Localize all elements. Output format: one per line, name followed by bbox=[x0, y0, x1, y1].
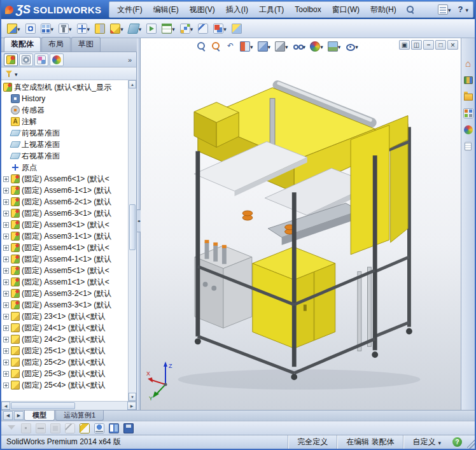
search-icon[interactable] bbox=[405, 4, 415, 15]
instant3d-icon[interactable] bbox=[230, 21, 244, 36]
help-icon[interactable] bbox=[453, 2, 470, 17]
expand-toggle-icon[interactable] bbox=[3, 279, 9, 285]
tree-item[interactable]: (固定) Assem1<1> (默认< bbox=[3, 276, 128, 288]
tree-item[interactable]: (固定) Assem3-2<1> (默认 bbox=[3, 288, 128, 299]
explode-line-sketch-icon[interactable] bbox=[196, 21, 210, 36]
split-window-icon[interactable] bbox=[411, 40, 422, 50]
expand-toggle-icon[interactable] bbox=[3, 371, 9, 377]
tree-item[interactable]: (固定) Assem3-3<1> (默认 bbox=[3, 299, 128, 311]
file-explorer-icon[interactable] bbox=[462, 90, 475, 103]
expand-toggle-icon[interactable] bbox=[3, 245, 9, 251]
close-window-icon[interactable] bbox=[447, 40, 458, 50]
scrollbar-thumb[interactable] bbox=[129, 204, 136, 250]
save-icon[interactable] bbox=[122, 423, 135, 434]
filter-caret-icon[interactable] bbox=[15, 69, 18, 78]
scroll-up-icon[interactable] bbox=[129, 80, 136, 88]
section-view-icon[interactable] bbox=[238, 39, 255, 53]
scroll-right-icon[interactable] bbox=[127, 402, 136, 410]
menu-item[interactable]: 窗口(W) bbox=[327, 3, 365, 17]
scroll-left-icon[interactable] bbox=[1, 402, 10, 410]
tree-vertical-scrollbar[interactable] bbox=[128, 80, 136, 401]
tree-item[interactable]: (固定) 23<1> (默认<默认 bbox=[3, 311, 128, 322]
show-hidden-components-icon[interactable] bbox=[93, 21, 107, 36]
tree-item[interactable]: (固定) Assem5<1> (默认< bbox=[3, 265, 128, 276]
tree-item[interactable]: (固定) 25<1> (默认<默认 bbox=[3, 345, 128, 356]
restore-window-icon[interactable] bbox=[435, 40, 446, 50]
menu-item[interactable]: 视图(V) bbox=[185, 3, 220, 17]
tree-item[interactable]: 右视基准面 bbox=[3, 150, 128, 162]
tree-item[interactable]: (固定) Assem4-1<1> (默认 bbox=[3, 253, 128, 265]
expand-toggle-icon[interactable] bbox=[3, 199, 9, 205]
new-window-icon[interactable] bbox=[399, 40, 410, 50]
tree-item[interactable]: 注解 bbox=[3, 116, 128, 127]
featuremanager-tree-tab-icon[interactable] bbox=[4, 53, 18, 66]
smart-fasteners-icon[interactable] bbox=[57, 21, 74, 36]
expand-toggle-icon[interactable] bbox=[3, 268, 9, 274]
scrollbar-thumb[interactable] bbox=[11, 402, 75, 409]
expand-toggle-icon[interactable] bbox=[3, 188, 9, 193]
zoom-fit-icon[interactable] bbox=[194, 39, 208, 53]
interference-detection-icon[interactable] bbox=[211, 21, 228, 36]
hide-show-items-icon[interactable] bbox=[291, 39, 308, 53]
filter-vertices-icon[interactable] bbox=[20, 423, 32, 434]
filter-edges-icon[interactable] bbox=[34, 423, 47, 434]
tree-item[interactable]: (固定) Assem3-1<1> (默认 bbox=[3, 230, 128, 242]
menu-item[interactable]: 编辑(E) bbox=[148, 3, 184, 17]
tree-item[interactable]: 上视基准面 bbox=[3, 139, 128, 150]
resize-grip[interactable] bbox=[467, 435, 475, 449]
tree-root-item[interactable]: 真空成型机 (默认<默认_显示 bbox=[3, 81, 128, 93]
reference-geometry-icon[interactable] bbox=[127, 21, 144, 36]
propertymanager-tab-icon[interactable] bbox=[19, 53, 33, 66]
model-3d-view[interactable] bbox=[141, 38, 461, 410]
scroll-down-icon[interactable] bbox=[129, 393, 136, 401]
command-tab[interactable]: 布局 bbox=[41, 37, 71, 52]
tree-item[interactable]: 前视基准面 bbox=[3, 127, 128, 139]
view-palette-icon[interactable] bbox=[462, 107, 475, 120]
displaymanager-tab-icon[interactable] bbox=[50, 53, 64, 66]
window-panes-icon[interactable] bbox=[108, 423, 120, 434]
tree-item[interactable]: (固定) 24<2> (默认<默认 bbox=[3, 334, 128, 345]
scroll-tabs-left-icon[interactable] bbox=[3, 411, 13, 420]
view-settings-icon[interactable] bbox=[343, 39, 360, 53]
menu-item[interactable]: 文件(F) bbox=[112, 3, 147, 17]
expand-toggle-icon[interactable] bbox=[3, 337, 9, 342]
tree-item[interactable]: History bbox=[3, 93, 128, 104]
expand-toggle-icon[interactable] bbox=[3, 348, 9, 354]
tree-item[interactable]: 原点 bbox=[3, 162, 128, 173]
menu-item[interactable]: 工具(T) bbox=[254, 3, 289, 17]
minimize-window-icon[interactable] bbox=[423, 40, 434, 50]
expand-toggle-icon[interactable] bbox=[3, 314, 9, 320]
assembly-features-icon[interactable] bbox=[108, 21, 125, 36]
display-style-icon[interactable] bbox=[273, 39, 290, 53]
view-orientation-icon[interactable] bbox=[256, 39, 273, 53]
clear-selections-icon[interactable] bbox=[64, 423, 76, 434]
tree-item[interactable]: (固定) Assem3<1> (默认< bbox=[3, 219, 128, 230]
tree-horizontal-scrollbar[interactable] bbox=[1, 401, 136, 410]
apply-scene-icon[interactable] bbox=[326, 39, 343, 53]
tree-item[interactable]: (固定) Assem6-2<1> (默认 bbox=[3, 196, 128, 207]
menu-item[interactable]: 插入(I) bbox=[221, 3, 253, 17]
home-icon[interactable] bbox=[462, 57, 475, 70]
expand-toggle-icon[interactable] bbox=[3, 257, 9, 262]
insert-component-icon[interactable] bbox=[5, 21, 22, 36]
menu-item[interactable]: Toolbox bbox=[290, 4, 326, 15]
custom-properties-icon[interactable] bbox=[462, 140, 475, 153]
tree-item[interactable]: (固定) Assem4<1> (默认< bbox=[3, 242, 128, 253]
bill-of-materials-icon[interactable] bbox=[160, 21, 177, 36]
tree-item[interactable]: (固定) Assem6<1> (默认< bbox=[3, 173, 128, 185]
component-pattern-icon[interactable] bbox=[39, 21, 56, 36]
expand-toggle-icon[interactable] bbox=[3, 291, 9, 297]
tree-item[interactable]: (固定) 25<2> (默认<默认 bbox=[3, 356, 128, 368]
filter-funnel-icon[interactable] bbox=[5, 70, 13, 78]
scroll-tabs-right-icon[interactable] bbox=[14, 411, 24, 420]
tree-item[interactable]: (固定) 25<3> (默认<默认 bbox=[3, 368, 128, 379]
measure-icon[interactable] bbox=[78, 423, 91, 434]
tree-item[interactable]: (固定) 24<1> (默认<默认 bbox=[3, 322, 128, 334]
tree-item[interactable]: (固定) 25<4> (默认<默认 bbox=[3, 379, 128, 391]
tree-item[interactable]: (固定) Assem6-3<1> (默认 bbox=[3, 207, 128, 219]
expand-toggle-icon[interactable] bbox=[3, 383, 9, 388]
custom-dropdown[interactable]: 自定义 bbox=[403, 435, 450, 449]
zoom-area-icon[interactable] bbox=[209, 39, 223, 53]
scrollbar-track[interactable] bbox=[10, 402, 127, 410]
new-motion-study-icon[interactable] bbox=[144, 21, 158, 36]
